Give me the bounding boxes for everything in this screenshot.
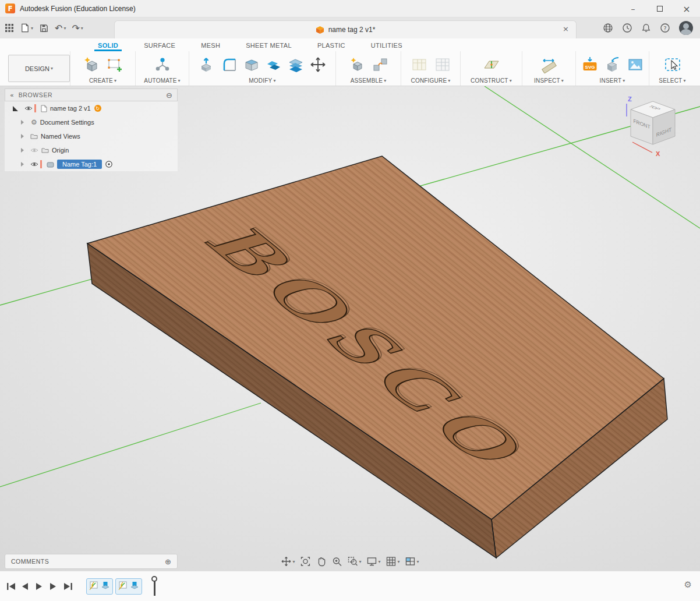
browser-row-origin[interactable]: Origin bbox=[5, 143, 178, 157]
tab-solid[interactable]: SOLID bbox=[85, 40, 131, 51]
display-settings-minus-icon[interactable]: ⊖ bbox=[166, 91, 172, 100]
combine-icon[interactable] bbox=[264, 55, 283, 74]
save-icon[interactable] bbox=[39, 23, 49, 33]
browser-globe-icon[interactable] bbox=[603, 23, 613, 33]
maximize-button[interactable] bbox=[646, 0, 673, 17]
tab-mesh[interactable]: MESH bbox=[188, 40, 233, 51]
sketch-feature-icon[interactable] bbox=[118, 580, 128, 593]
expand-arrow-icon[interactable] bbox=[21, 148, 24, 153]
account-avatar[interactable] bbox=[679, 21, 693, 35]
press-pull-icon[interactable] bbox=[198, 55, 217, 74]
pan-orbit-icon[interactable]: ▾ bbox=[281, 556, 295, 567]
browser-row-root[interactable]: name tag 2 v1 ↻ bbox=[5, 101, 178, 115]
tab-sheet-metal[interactable]: SHEET METAL bbox=[233, 40, 305, 51]
collapse-panel-icon[interactable]: « bbox=[10, 91, 14, 99]
step-back-button[interactable] bbox=[22, 583, 28, 590]
timeline-position-marker[interactable] bbox=[150, 576, 158, 596]
expand-arrow-icon[interactable] bbox=[21, 120, 24, 125]
tab-close-icon[interactable]: × bbox=[563, 24, 569, 33]
inspect-dropdown[interactable]: INSPECT▾ bbox=[522, 76, 575, 86]
viewports-icon[interactable]: ▾ bbox=[405, 556, 419, 567]
timeline-playback-controls bbox=[6, 581, 79, 592]
pan-hand-icon[interactable] bbox=[316, 556, 326, 567]
step-forward-button[interactable] bbox=[50, 583, 56, 590]
insert-derive-icon[interactable] bbox=[603, 55, 622, 74]
root-document-label[interactable]: name tag 2 v1 bbox=[50, 105, 91, 112]
go-to-end-button[interactable] bbox=[64, 583, 72, 590]
select-dropdown[interactable]: SELECT▾ bbox=[649, 76, 695, 86]
visibility-eye-icon[interactable] bbox=[24, 105, 33, 111]
zoom-window-icon[interactable]: ▾ bbox=[347, 556, 361, 567]
root-expand-icon[interactable] bbox=[13, 106, 18, 111]
named-views-label[interactable]: Named Views bbox=[41, 133, 80, 140]
tab-plastic[interactable]: PLASTIC bbox=[305, 40, 358, 51]
automate-icon[interactable] bbox=[153, 55, 172, 74]
configure-dropdown[interactable]: CONFIGURE▾ bbox=[401, 76, 460, 86]
notifications-bell-icon[interactable] bbox=[641, 23, 651, 33]
viewport-canvas[interactable]: BOSCO BOSCO « BROWSER ⊖ bbox=[0, 86, 700, 571]
document-page-icon bbox=[41, 105, 47, 112]
tab-utilities[interactable]: UTILITIES bbox=[358, 40, 415, 51]
grid-display-icon[interactable]: ▾ bbox=[386, 556, 400, 567]
insert-dropdown[interactable]: INSERT▾ bbox=[576, 76, 649, 86]
select-icon[interactable] bbox=[663, 55, 682, 74]
extrude-feature-icon[interactable] bbox=[100, 580, 111, 593]
move-copy-icon[interactable] bbox=[309, 55, 327, 74]
sketch-feature-icon[interactable] bbox=[89, 580, 99, 593]
marker-stem bbox=[154, 581, 155, 596]
assemble-dropdown[interactable]: ASSEMBLE▾ bbox=[336, 76, 401, 86]
help-icon[interactable]: ? bbox=[660, 23, 670, 33]
browser-row-body[interactable]: Name Tag:1 bbox=[5, 157, 178, 171]
ground-target-icon[interactable] bbox=[105, 160, 113, 168]
close-button[interactable]: × bbox=[673, 0, 700, 17]
configure-table-icon[interactable] bbox=[410, 55, 429, 74]
group-automate: AUTOMATE▾ bbox=[135, 51, 189, 86]
file-menu-icon[interactable]: ▾ bbox=[20, 23, 33, 33]
timeline-settings-gear-icon[interactable]: ⚙ bbox=[684, 579, 692, 590]
document-tab[interactable]: name tag 2 v1* × bbox=[114, 20, 577, 38]
configuration-icon[interactable] bbox=[433, 55, 452, 74]
insert-svg-icon[interactable]: SVG bbox=[581, 55, 599, 74]
create-form-icon[interactable] bbox=[82, 55, 101, 74]
browser-row-document-settings[interactable]: ⚙ Document Settings bbox=[5, 115, 178, 129]
create-dropdown[interactable]: CREATE▾ bbox=[70, 76, 135, 86]
undo-icon[interactable]: ↶ ▾ bbox=[55, 23, 66, 34]
visibility-eye-icon[interactable] bbox=[30, 161, 38, 167]
tab-surface[interactable]: SURFACE bbox=[131, 40, 188, 51]
expand-arrow-icon[interactable] bbox=[21, 162, 24, 167]
construct-plane-icon[interactable] bbox=[482, 55, 501, 74]
new-component-icon[interactable] bbox=[348, 55, 366, 74]
modify-dropdown[interactable]: MODIFY▾ bbox=[189, 76, 335, 86]
offset-face-icon[interactable] bbox=[287, 55, 305, 74]
construct-dropdown[interactable]: CONSTRUCT▾ bbox=[461, 76, 522, 86]
expand-arrow-icon[interactable] bbox=[21, 134, 24, 139]
display-settings-icon[interactable]: ▾ bbox=[366, 556, 380, 567]
redo-icon[interactable]: ↷ ▾ bbox=[72, 23, 83, 34]
joint-icon[interactable] bbox=[371, 55, 390, 74]
comments-bar[interactable]: COMMENTS ⊕ bbox=[5, 554, 178, 569]
fillet-icon[interactable] bbox=[220, 55, 239, 74]
measure-icon[interactable] bbox=[540, 55, 558, 74]
viewcube[interactable]: Z TOP FRONT RIGHT X bbox=[615, 91, 691, 164]
insert-canvas-image-icon[interactable] bbox=[626, 55, 645, 74]
automate-dropdown[interactable]: AUTOMATE▾ bbox=[136, 76, 189, 86]
extrude-feature-icon[interactable] bbox=[129, 580, 140, 593]
minimize-button[interactable]: – bbox=[620, 0, 646, 17]
origin-label[interactable]: Origin bbox=[52, 147, 69, 154]
shell-icon[interactable] bbox=[242, 55, 261, 74]
app-grid-icon[interactable] bbox=[5, 23, 14, 33]
browser-row-named-views[interactable]: Named Views bbox=[5, 129, 178, 143]
create-sketch-icon[interactable] bbox=[105, 55, 124, 74]
hidden-eye-icon[interactable] bbox=[30, 147, 38, 153]
job-status-clock-icon[interactable] bbox=[622, 23, 632, 33]
selected-body-label[interactable]: Name Tag:1 bbox=[57, 160, 102, 169]
caret-icon: ▾ bbox=[378, 559, 380, 564]
add-comment-icon[interactable]: ⊕ bbox=[165, 557, 171, 566]
design-menu-button[interactable]: DESIGN▾ bbox=[8, 55, 70, 82]
fit-view-icon[interactable] bbox=[300, 556, 310, 567]
play-button[interactable] bbox=[36, 583, 42, 590]
go-to-start-button[interactable] bbox=[7, 583, 15, 590]
document-settings-label[interactable]: Document Settings bbox=[40, 119, 94, 126]
zoom-icon[interactable] bbox=[331, 556, 342, 567]
caret-icon: ▾ bbox=[398, 559, 400, 564]
